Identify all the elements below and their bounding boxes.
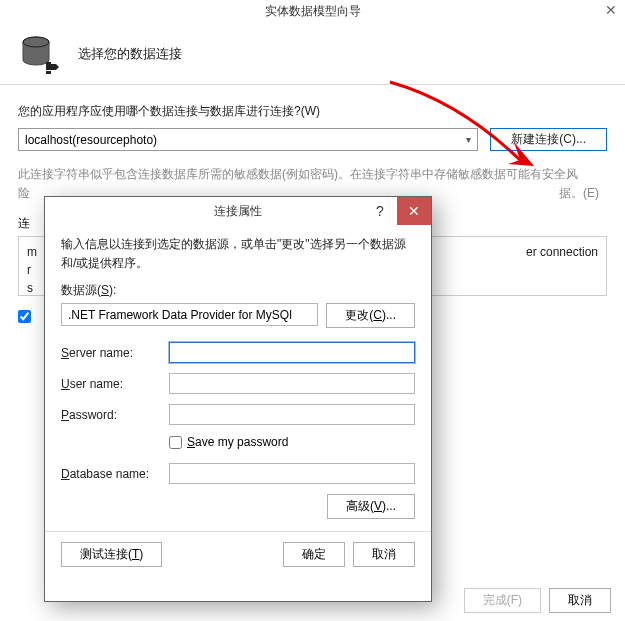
save-password-label: Save my password [187, 435, 288, 449]
finish-button: 完成(F) [464, 588, 541, 613]
dialog-instruction: 输入信息以连接到选定的数据源，或单击"更改"选择另一个数据源和/或提供程序。 [61, 235, 415, 272]
test-connection-button[interactable]: 测试连接(T) [61, 542, 162, 567]
user-name-input[interactable] [169, 373, 415, 394]
server-name-input[interactable] [169, 342, 415, 363]
svg-rect-3 [46, 71, 51, 74]
dialog-title: 连接属性 [214, 203, 262, 220]
window-title: 实体数据模型向导 [265, 3, 361, 20]
password-input[interactable] [169, 404, 415, 425]
close-button[interactable]: ✕ [397, 197, 431, 225]
help-button[interactable]: ? [363, 197, 397, 225]
datasource-label: 数据源(S): [61, 282, 415, 299]
wizard-header: 选择您的数据连接 [0, 22, 625, 85]
svg-rect-2 [46, 62, 51, 65]
chevron-down-icon: ▾ [466, 134, 471, 145]
save-password-checkbox[interactable] [169, 436, 182, 449]
advanced-button[interactable]: 高级(V)... [327, 494, 415, 519]
database-name-input[interactable] [169, 463, 415, 484]
combo-value: localhost(resourcephoto) [25, 133, 157, 147]
header-title: 选择您的数据连接 [78, 45, 182, 63]
database-icon [18, 32, 62, 76]
dialog-cancel-button[interactable]: 取消 [353, 542, 415, 567]
password-label: Password: [61, 408, 169, 422]
close-icon[interactable]: ✕ [605, 2, 617, 18]
dialog-titlebar: 连接属性 ? ✕ [45, 197, 431, 225]
ok-button[interactable]: 确定 [283, 542, 345, 567]
save-checkbox[interactable] [18, 310, 31, 323]
change-button[interactable]: 更改(C)... [326, 303, 415, 328]
datasource-input: .NET Framework Data Provider for MySQl [61, 303, 318, 326]
connection-properties-dialog: 连接属性 ? ✕ 输入信息以连接到选定的数据源，或单击"更改"选择另一个数据源和… [44, 196, 432, 602]
connection-question-label: 您的应用程序应使用哪个数据连接与数据库进行连接?(W) [18, 103, 607, 120]
database-name-label: Database name: [61, 467, 169, 481]
window-titlebar: 实体数据模型向导 ✕ [0, 0, 625, 22]
new-connection-button[interactable]: 新建连接(C)... [490, 128, 607, 151]
server-name-label: Server name: [61, 346, 169, 360]
cancel-button[interactable]: 取消 [549, 588, 611, 613]
user-name-label: User name: [61, 377, 169, 391]
connection-combo[interactable]: localhost(resourcephoto) ▾ [18, 128, 478, 151]
